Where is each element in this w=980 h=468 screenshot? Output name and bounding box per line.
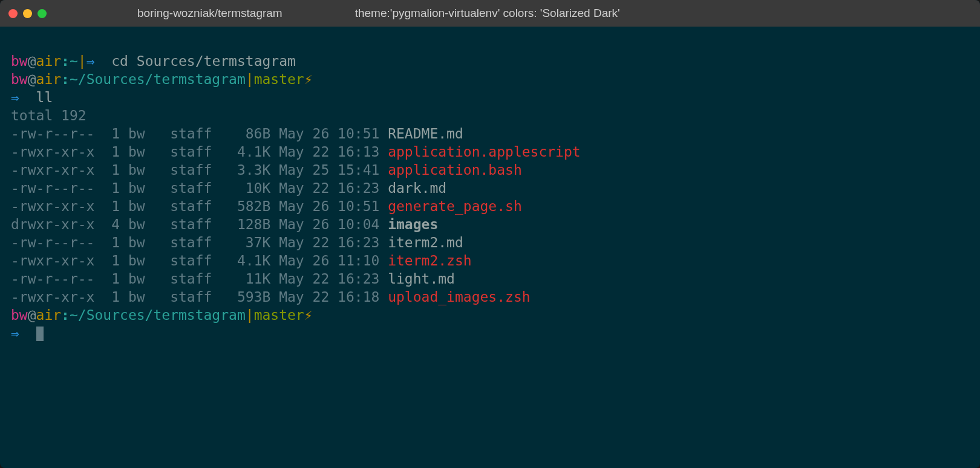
- maximize-icon[interactable]: [38, 9, 47, 18]
- file-links: 1: [94, 198, 128, 214]
- prompt-user: bw: [11, 307, 28, 323]
- file-perm: -rwxr-xr-x: [11, 289, 94, 305]
- prompt-pipe: |: [78, 53, 87, 69]
- file-name: light.md: [388, 271, 455, 287]
- prompt-colon: :: [61, 71, 70, 87]
- traffic-lights: [8, 9, 47, 18]
- prompt-at: @: [28, 71, 36, 87]
- file-links: 1: [94, 235, 128, 250]
- file-date: May 25 15:41: [279, 162, 388, 178]
- file-owner: bw: [128, 144, 170, 160]
- prompt-arrow: ⇒: [11, 325, 19, 341]
- prompt-pipe: |: [246, 307, 254, 323]
- file-links: 1: [94, 289, 128, 305]
- file-date: May 26 10:51: [279, 126, 388, 141]
- file-perm: -rw-r--r--: [11, 235, 94, 250]
- file-size: 11K: [220, 271, 279, 287]
- terminal-body[interactable]: bw@air:~|⇒ cd Sources/termstagram bw@air…: [0, 27, 980, 368]
- file-size: 86B: [220, 126, 279, 141]
- file-name: iterm2.md: [388, 235, 463, 250]
- file-group: staff: [170, 235, 220, 250]
- file-size: 3.3K: [220, 162, 279, 178]
- prompt-path: ~/Sources/termstagram: [70, 71, 246, 87]
- file-owner: bw: [128, 198, 170, 214]
- file-date: May 26 10:04: [279, 216, 388, 232]
- file-group: staff: [170, 144, 220, 160]
- prompt-host: air: [36, 71, 62, 87]
- file-group: staff: [170, 216, 220, 232]
- file-owner: bw: [128, 216, 170, 232]
- prompt-branch: master: [254, 307, 304, 323]
- file-size: 593B: [220, 289, 279, 305]
- file-perm: drwxr-xr-x: [11, 216, 94, 232]
- prompt-path: ~/Sources/termstagram: [70, 307, 246, 323]
- lightning-icon: ⚡: [304, 71, 313, 87]
- file-owner: bw: [128, 162, 170, 178]
- window-title-project: boring-wozniak/termstagram: [137, 7, 283, 20]
- file-owner: bw: [128, 235, 170, 250]
- minimize-icon[interactable]: [23, 9, 32, 18]
- file-date: May 22 16:23: [279, 271, 388, 287]
- listing-total: total 192: [11, 108, 87, 123]
- file-perm: -rw-r--r--: [11, 126, 94, 141]
- file-name: generate_page.sh: [388, 198, 522, 214]
- file-name: application.applescript: [388, 144, 581, 160]
- prompt-arrow: ⇒: [87, 53, 95, 69]
- file-group: staff: [170, 126, 220, 141]
- file-date: May 26 11:10: [279, 253, 388, 268]
- prompt-host: air: [36, 53, 62, 69]
- file-links: 4: [94, 216, 128, 232]
- file-date: May 22 16:23: [279, 235, 388, 250]
- file-owner: bw: [128, 289, 170, 305]
- prompt-host: air: [36, 307, 62, 323]
- prompt-at: @: [28, 53, 36, 69]
- prompt-line-1: bw@air:~|⇒ cd Sources/termstagram: [11, 53, 296, 69]
- file-size: 10K: [220, 180, 279, 196]
- file-group: staff: [170, 162, 220, 178]
- file-group: staff: [170, 271, 220, 287]
- prompt-user: bw: [11, 53, 28, 69]
- file-perm: -rw-r--r--: [11, 271, 94, 287]
- command-text: cd Sources/termstagram: [111, 53, 296, 69]
- file-owner: bw: [128, 253, 170, 268]
- prompt-path-home: ~: [70, 53, 78, 69]
- file-links: 1: [94, 126, 128, 141]
- file-owner: bw: [128, 180, 170, 196]
- file-date: May 26 10:51: [279, 198, 388, 214]
- file-size: 37K: [220, 235, 279, 250]
- command-text: ll: [36, 89, 53, 105]
- prompt-pipe: |: [246, 71, 254, 87]
- file-owner: bw: [128, 271, 170, 287]
- file-date: May 22 16:13: [279, 144, 388, 160]
- file-links: 1: [94, 144, 128, 160]
- cursor: [36, 327, 44, 341]
- file-links: 1: [94, 180, 128, 196]
- file-owner: bw: [128, 126, 170, 141]
- file-perm: -rw-r--r--: [11, 180, 94, 196]
- file-name: iterm2.zsh: [388, 253, 471, 268]
- prompt-arrow: ⇒: [11, 89, 19, 105]
- file-perm: -rwxr-xr-x: [11, 144, 94, 160]
- prompt-colon: :: [61, 53, 70, 69]
- file-name: dark.md: [388, 180, 446, 196]
- terminal-window: boring-wozniak/termstagram theme:'pygmal…: [0, 0, 980, 468]
- window-title-theme: theme:'pygmalion-virtualenv' colors: 'So…: [355, 7, 620, 20]
- close-icon[interactable]: [8, 9, 18, 18]
- file-name: images: [388, 216, 438, 232]
- file-size: 582B: [220, 198, 279, 214]
- titlebar[interactable]: boring-wozniak/termstagram theme:'pygmal…: [0, 0, 980, 27]
- prompt-line-2: bw@air:~/Sources/termstagram|master⚡: [11, 71, 313, 87]
- file-group: staff: [170, 198, 220, 214]
- file-group: staff: [170, 289, 220, 305]
- prompt-line-3: bw@air:~/Sources/termstagram|master⚡: [11, 307, 313, 323]
- file-group: staff: [170, 180, 220, 196]
- prompt-branch: master: [254, 71, 304, 87]
- file-group: staff: [170, 253, 220, 268]
- lightning-icon: ⚡: [304, 307, 313, 323]
- file-name: application.bash: [388, 162, 522, 178]
- file-name: README.md: [388, 126, 463, 141]
- prompt-colon: :: [61, 307, 70, 323]
- file-perm: -rwxr-xr-x: [11, 162, 94, 178]
- file-links: 1: [94, 271, 128, 287]
- prompt-user: bw: [11, 71, 28, 87]
